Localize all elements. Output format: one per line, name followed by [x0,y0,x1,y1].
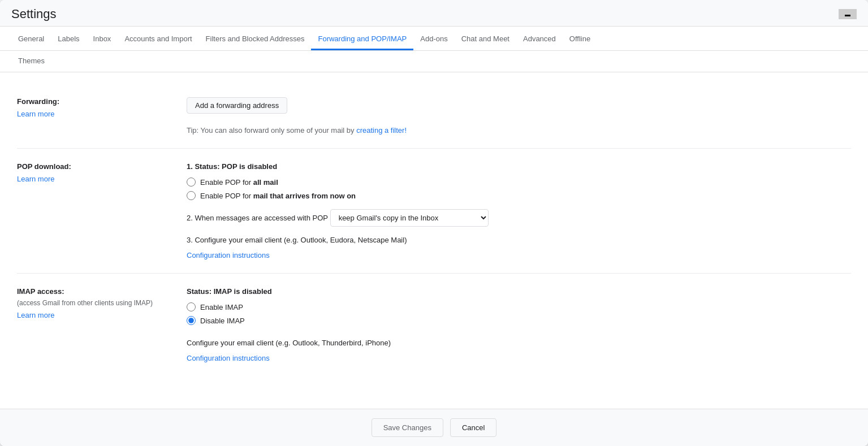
pop-step3-suffix: (e.g. Outlook, Eudora, Netscape Mail) [284,236,407,244]
settings-content: Forwarding: Learn more Add a forwarding … [0,72,868,409]
settings-window: Settings ▬ General Labels Inbox Accounts… [0,0,868,446]
pop-copy-action-select[interactable]: keep Gmail's copy in the Inbox mark Gmai… [330,209,489,227]
tab-addons[interactable]: Add-ons [413,27,454,50]
pop-all-mail-label: Enable POP for all mail [200,178,278,187]
pop-step2-label: 2. When messages are accessed with POP k… [187,209,851,227]
forwarding-title: Forwarding: [17,97,175,106]
imap-enable-option[interactable]: Enable IMAP [187,302,851,311]
pop-learn-more[interactable]: Learn more [17,175,54,183]
imap-section: IMAP access: (access Gmail from other cl… [17,274,851,376]
pop-title: POP download: [17,162,175,171]
pop-download-section: POP download: Learn more 1. Status: POP … [17,149,851,274]
nav-second-row: Themes [0,51,868,72]
pop-config-link[interactable]: Configuration instructions [187,251,270,259]
tab-themes[interactable]: Themes [11,51,51,72]
imap-disable-radio[interactable] [187,316,196,325]
imap-config-link[interactable]: Configuration instructions [187,354,270,362]
page-title: Settings [11,7,57,21]
creating-filter-link[interactable]: creating a filter! [356,126,407,135]
imap-status: Status: IMAP is disabled [187,287,851,296]
imap-radio-group: Enable IMAP Disable IMAP [187,302,851,325]
imap-configure-suffix: (e.g. Outlook, Thunderbird, iPhone) [276,339,391,347]
imap-enable-radio[interactable] [187,302,196,311]
imap-subtitle: (access Gmail from other clients using I… [17,299,175,307]
title-bar: Settings ▬ [0,0,868,27]
window-control-button[interactable]: ▬ [839,9,857,19]
footer-bar: Save Changes Cancel [0,409,868,446]
title-bar-controls: ▬ [839,9,857,19]
tab-inbox[interactable]: Inbox [87,27,118,50]
imap-learn-more[interactable]: Learn more [17,311,54,319]
forwarding-learn-more[interactable]: Learn more [17,110,54,118]
nav-tabs: General Labels Inbox Accounts and Import… [0,27,868,51]
pop-label-col: POP download: Learn more [17,162,187,259]
tab-offline[interactable]: Offline [563,27,597,50]
imap-label-col: IMAP access: (access Gmail from other cl… [17,287,187,362]
forwarding-content: Add a forwarding address Tip: You can al… [187,97,851,135]
imap-title: IMAP access: [17,287,175,296]
add-forwarding-button[interactable]: Add a forwarding address [187,97,287,114]
imap-configure-label: Configure your email client (e.g. Outloo… [187,339,851,347]
pop-from-now-label: Enable POP for mail that arrives from no… [200,192,356,200]
pop-content: 1. Status: POP is disabled Enable POP fo… [187,162,851,259]
tab-labels[interactable]: Labels [51,27,86,50]
pop-from-now-option[interactable]: Enable POP for mail that arrives from no… [187,191,851,200]
imap-content: Status: IMAP is disabled Enable IMAP Dis… [187,287,851,362]
tab-advanced[interactable]: Advanced [516,27,563,50]
tab-general[interactable]: General [11,27,51,50]
save-changes-button[interactable]: Save Changes [372,418,443,437]
forwarding-label-col: Forwarding: Learn more [17,97,187,135]
pop-all-mail-radio[interactable] [187,177,196,187]
pop-from-now-radio[interactable] [187,191,196,200]
forwarding-section: Forwarding: Learn more Add a forwarding … [17,84,851,149]
cancel-button[interactable]: Cancel [450,418,496,437]
tab-forwarding-pop-imap[interactable]: Forwarding and POP/IMAP [311,27,413,50]
tab-accounts-import[interactable]: Accounts and Import [118,27,198,50]
pop-all-mail-option[interactable]: Enable POP for all mail [187,177,851,187]
tab-chat-meet[interactable]: Chat and Meet [455,27,516,50]
imap-enable-label: Enable IMAP [200,303,243,311]
imap-disable-label: Disable IMAP [200,317,245,325]
pop-radio-group: Enable POP for all mail Enable POP for m… [187,177,851,200]
pop-step3-label: 3. Configure your email client (e.g. Out… [187,236,851,244]
tab-filters[interactable]: Filters and Blocked Addresses [199,27,312,50]
imap-disable-option[interactable]: Disable IMAP [187,316,851,325]
forwarding-tip: Tip: You can also forward only some of y… [187,126,851,135]
pop-status: 1. Status: POP is disabled [187,162,851,171]
